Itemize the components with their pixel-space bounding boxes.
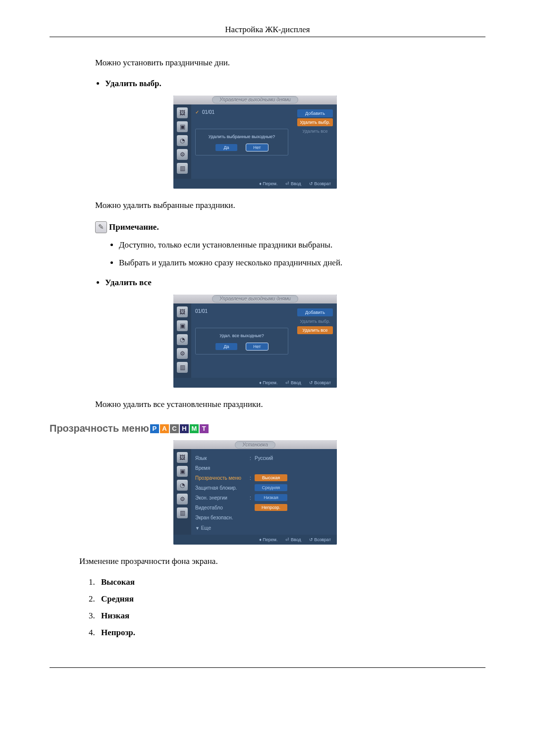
badge-a: A	[160, 424, 169, 433]
clock-icon: ◔	[177, 135, 188, 146]
confirm-dialog: Удалить выбранные выходные? Да Нет	[195, 129, 288, 155]
footer-rule	[50, 667, 485, 668]
list-item: Средняя	[97, 594, 485, 604]
menu-label-videowall: Видеотабло	[195, 505, 250, 510]
hint-return: ↺ Возврат	[309, 181, 331, 186]
menu-label-transparency[interactable]: Прозрачность меню	[195, 475, 250, 481]
hint-return: ↺ Возврат	[309, 537, 331, 542]
delete-all-description: Можно удалить все установленные праздник…	[95, 399, 485, 410]
picture-icon: 🖼	[177, 452, 188, 463]
badge-p: P	[150, 424, 159, 433]
note-label: Примечание.	[109, 222, 159, 232]
no-button[interactable]: Нет	[246, 144, 268, 151]
gear-icon: ⚙	[177, 149, 188, 160]
header-rule	[50, 37, 485, 37]
osd-transparency: Установка 🖼 ▣ ◔ ⚙ ▥ Язык : Русский	[173, 440, 337, 545]
option-low[interactable]: Низкая	[255, 494, 287, 501]
hint-return: ↺ Возврат	[309, 380, 331, 385]
input-icon: ▣	[177, 320, 188, 331]
picture-icon: 🖼	[177, 107, 188, 118]
option-opaque[interactable]: Непрозр.	[255, 504, 287, 511]
confirm-question: Удал. все выходные?	[200, 333, 284, 338]
osd-title: Установка	[235, 441, 275, 449]
badge-m: M	[190, 424, 199, 433]
multi-icon: ▥	[177, 507, 188, 518]
delete-all-button[interactable]: Удалить все	[297, 127, 333, 135]
date-value: 01/01	[202, 109, 214, 115]
input-icon: ▣	[177, 121, 188, 132]
confirm-dialog: Удал. все выходные? Да Нет	[195, 328, 288, 354]
yes-button[interactable]: Да	[215, 343, 237, 350]
clock-icon: ◔	[177, 480, 188, 491]
list-item: Непрозр.	[97, 628, 485, 638]
menu-value-language: Русский	[255, 455, 273, 461]
note-icon: ✎	[95, 221, 107, 233]
no-button[interactable]: Нет	[246, 343, 268, 350]
menu-label-lock: Защитная блокир.	[195, 485, 250, 491]
confirm-question: Удалить выбранные выходные?	[200, 134, 284, 139]
badge-t: T	[200, 424, 209, 433]
list-item: Низкая	[97, 611, 485, 621]
section-heading-transparency: Прозрачность меню	[50, 423, 149, 434]
menu-more[interactable]: ▼ Еще	[195, 525, 333, 531]
transparency-description: Изменение прозрачности фона экрана.	[79, 555, 485, 567]
intro-paragraph: Можно установить праздничные дни.	[95, 57, 485, 69]
hint-move: ♦ Перем.	[259, 537, 277, 542]
osd-title: Управление выходными днями	[212, 295, 298, 302]
gear-icon: ⚙	[177, 348, 188, 359]
hint-enter: ⏎ Ввод	[285, 380, 301, 385]
check-icon: ✓	[195, 109, 199, 115]
delete-selected-button[interactable]: Удалить выбр.	[297, 317, 333, 325]
hint-move: ♦ Перем.	[259, 380, 277, 385]
menu-label-safety: Экран безопасн.	[195, 515, 250, 520]
badge-h: H	[180, 424, 189, 433]
hint-enter: ⏎ Ввод	[285, 181, 301, 186]
picture-icon: 🖼	[177, 306, 188, 317]
add-button[interactable]: Добавить	[297, 109, 333, 117]
delete-all-button[interactable]: Удалить все	[297, 326, 333, 334]
hint-move: ♦ Перем.	[259, 181, 277, 186]
menu-label-time: Время	[195, 465, 250, 471]
add-button[interactable]: Добавить	[297, 308, 333, 316]
clock-icon: ◔	[177, 334, 188, 345]
menu-label-language: Язык	[195, 455, 250, 461]
osd-delete-selected: Управление выходными днями 🖼 ▣ ◔ ⚙ ▥ ✓ 0…	[173, 96, 337, 189]
note-item: Выбрать и удалить можно сразу несколько …	[119, 258, 485, 268]
option-high[interactable]: Высокая	[255, 474, 287, 481]
osd-title: Управление выходными днями	[212, 96, 298, 103]
multi-icon: ▥	[177, 362, 188, 373]
multi-icon: ▥	[177, 163, 188, 174]
option-mid[interactable]: Средняя	[255, 484, 287, 491]
delete-selected-button[interactable]: Удалить выбр.	[297, 118, 333, 126]
page-header-title: Настройка ЖК-дисплея	[50, 25, 485, 35]
note-item: Доступно, только если установленные праз…	[119, 240, 485, 250]
badge-c: C	[170, 424, 179, 433]
list-item: Высокая	[97, 577, 485, 587]
hint-enter: ⏎ Ввод	[285, 537, 301, 542]
delete-selected-description: Можно удалить выбранные праздники.	[95, 200, 485, 211]
yes-button[interactable]: Да	[215, 144, 237, 151]
bullet-delete-all: Удалить все	[105, 278, 485, 288]
menu-label-eco: Экон. энергии	[195, 495, 250, 501]
input-icon: ▣	[177, 466, 188, 477]
gear-icon: ⚙	[177, 494, 188, 504]
date-value: 01/01	[195, 308, 208, 314]
osd-delete-all: Управление выходными днями 🖼 ▣ ◔ ⚙ ▥ 01/…	[173, 295, 337, 388]
bullet-delete-selected: Удалить выбр.	[105, 79, 485, 89]
